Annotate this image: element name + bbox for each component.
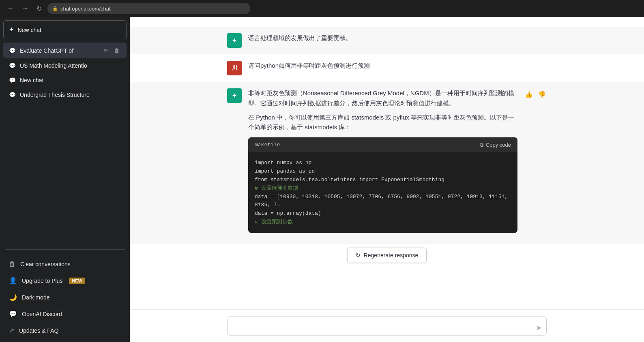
message-row: ✦ 非等时距灰色预测（Nonseasonal Differenced Grey … bbox=[130, 82, 644, 244]
code-header: makefile ⧉ Copy code bbox=[248, 137, 517, 152]
user-avatar-text: 川 bbox=[232, 64, 237, 72]
code-line: data = [10930, 10318, 10595, 10972, 7706… bbox=[255, 193, 511, 210]
new-badge: NEW bbox=[69, 278, 85, 284]
input-wrapper: ➤ bbox=[227, 316, 547, 337]
sidebar-upgrade-to-plus-button[interactable]: 👤Upgrade to PlusNEW bbox=[3, 272, 127, 289]
avatar: 川 bbox=[227, 61, 242, 75]
edit-chat-button[interactable]: ✏ bbox=[102, 47, 110, 54]
message-text: 请问python如何用非等时距灰色预测进行预测 bbox=[248, 61, 547, 71]
sidebar-dark-mode-button[interactable]: 🌙Dark mode bbox=[3, 289, 127, 306]
send-button[interactable]: ➤ bbox=[536, 323, 542, 332]
new-chat-button[interactable]: + New chat bbox=[3, 20, 127, 39]
message-row: 川 请问python如何用非等时距灰色预测进行预测 bbox=[130, 54, 644, 82]
app-container: + New chat 💬Evaluate ChatGPT of✏🗑💬US Mat… bbox=[0, 17, 644, 342]
chat-item-label: New chat bbox=[20, 77, 121, 83]
code-line: import numpy as np bbox=[255, 159, 511, 167]
gpt-icon: ✦ bbox=[232, 37, 237, 44]
code-line: from statsmodels.tsa.holtwinters import … bbox=[255, 176, 511, 184]
code-line: data = np.array(data) bbox=[255, 209, 511, 218]
code-line: # 设置预测步数 bbox=[255, 218, 511, 227]
chat-actions: ✏🗑 bbox=[102, 47, 121, 54]
clear-conversations-label: Clear conversations bbox=[20, 261, 71, 267]
chat-input[interactable] bbox=[227, 316, 547, 336]
thumbs-up-button[interactable]: 👍 bbox=[524, 90, 534, 99]
chat-item-label: Undergrad Thesis Structure bbox=[20, 92, 121, 98]
regenerate-container: ↻ Regenerate response bbox=[130, 248, 644, 263]
chat-icon: 💬 bbox=[9, 47, 16, 54]
code-block: makefile ⧉ Copy code import numpy as npi… bbox=[248, 137, 517, 233]
upgrade-to-plus-label: Upgrade to Plus bbox=[22, 278, 62, 284]
updates-faq-label: Updates & FAQ bbox=[19, 327, 58, 334]
message-text-part2: 在 Python 中，你可以使用第三方库如 statsmodels 或 pyfl… bbox=[248, 113, 517, 133]
browser-forward-button[interactable]: → bbox=[19, 3, 31, 14]
sidebar-updates-faq-button[interactable]: ↗Updates & FAQ bbox=[3, 322, 127, 339]
browser-back-button[interactable]: ← bbox=[5, 3, 16, 14]
gpt-icon: ✦ bbox=[232, 92, 237, 99]
message-content: 语言处理领域的发展做出了重要贡献。 bbox=[248, 33, 547, 43]
sidebar-openai-discord-button[interactable]: 💬OpenAI Discord bbox=[3, 306, 127, 322]
message-text: 语言处理领域的发展做出了重要贡献。 bbox=[248, 33, 547, 43]
updates-faq-icon: ↗ bbox=[9, 327, 14, 334]
main-content: ✦ 语言处理领域的发展做出了重要贡献。 川 请问python如何用非等时距灰色预… bbox=[130, 17, 644, 342]
sidebar-item-new-chat[interactable]: 💬New chat bbox=[3, 73, 127, 88]
copy-label: Copy code bbox=[486, 142, 511, 148]
url-text: chat.openai.com/chat bbox=[60, 6, 111, 12]
regenerate-button[interactable]: ↻ Regenerate response bbox=[347, 248, 427, 263]
message-text-part1: 非等时距灰色预测（Nonseasonal Differenced Grey Mo… bbox=[248, 88, 517, 109]
thumbs-down-button[interactable]: 👎 bbox=[537, 90, 547, 99]
sidebar-item-us-math[interactable]: 💬US Math Modeling Attentio bbox=[3, 58, 127, 73]
code-line: # 设置待预测数据 bbox=[255, 184, 511, 193]
delete-chat-button[interactable]: 🗑 bbox=[112, 47, 121, 54]
chat-item-label: Evaluate ChatGPT of bbox=[20, 47, 98, 54]
address-bar[interactable]: 🔒 chat.openai.com/chat bbox=[47, 3, 250, 14]
copy-icon: ⧉ bbox=[480, 142, 483, 148]
sidebar-clear-conversations-button[interactable]: 🗑Clear conversations bbox=[3, 256, 127, 272]
browser-reload-button[interactable]: ↻ bbox=[34, 3, 44, 14]
code-line: import pandas as pd bbox=[255, 167, 511, 176]
input-area: ➤ bbox=[130, 309, 644, 342]
message-row: ✦ 语言处理领域的发展做出了重要贡献。 bbox=[130, 27, 644, 54]
plus-icon: + bbox=[9, 26, 14, 34]
sidebar: + New chat 💬Evaluate ChatGPT of✏🗑💬US Mat… bbox=[0, 17, 130, 342]
message-content: 请问python如何用非等时距灰色预测进行预测 bbox=[248, 61, 547, 71]
sidebar-divider bbox=[5, 249, 125, 250]
clear-conversations-icon: 🗑 bbox=[9, 261, 15, 268]
message-actions: 👍 👎 bbox=[524, 90, 547, 99]
chat-icon: 💬 bbox=[9, 92, 16, 98]
avatar: ✦ bbox=[227, 33, 242, 48]
chat-icon: 💬 bbox=[9, 62, 16, 69]
avatar: ✦ bbox=[227, 88, 242, 103]
openai-discord-icon: 💬 bbox=[9, 310, 17, 318]
send-icon: ➤ bbox=[536, 324, 542, 332]
code-body: import numpy as npimport pandas as pdfro… bbox=[248, 152, 517, 233]
sidebar-item-evaluate-chatgpt[interactable]: 💬Evaluate ChatGPT of✏🗑 bbox=[3, 43, 127, 58]
code-language-label: makefile bbox=[255, 141, 280, 149]
sidebar-top: + New chat 💬Evaluate ChatGPT of✏🗑💬US Mat… bbox=[0, 17, 130, 246]
chat-messages: ✦ 语言处理领域的发展做出了重要贡献。 川 请问python如何用非等时距灰色预… bbox=[130, 17, 644, 309]
chat-list: 💬Evaluate ChatGPT of✏🗑💬US Math Modeling … bbox=[3, 43, 127, 102]
sidebar-bottom: 🗑Clear conversations👤Upgrade to PlusNEW🌙… bbox=[0, 253, 130, 342]
new-chat-label: New chat bbox=[18, 27, 41, 33]
regenerate-label: Regenerate response bbox=[364, 252, 419, 259]
regenerate-icon: ↻ bbox=[356, 252, 361, 259]
lock-icon: 🔒 bbox=[52, 6, 58, 11]
dark-mode-label: Dark mode bbox=[22, 294, 49, 301]
openai-discord-label: OpenAI Discord bbox=[22, 311, 62, 317]
sidebar-item-undergrad-thesis[interactable]: 💬Undergrad Thesis Structure bbox=[3, 88, 127, 102]
message-content: 非等时距灰色预测（Nonseasonal Differenced Grey Mo… bbox=[248, 88, 517, 238]
browser-chrome: ← → ↻ 🔒 chat.openai.com/chat bbox=[0, 0, 644, 17]
sidebar-bottom-buttons: 🗑Clear conversations👤Upgrade to PlusNEW🌙… bbox=[3, 256, 127, 339]
upgrade-to-plus-icon: 👤 bbox=[9, 277, 17, 284]
chat-icon: 💬 bbox=[9, 77, 16, 83]
copy-code-button[interactable]: ⧉ Copy code bbox=[480, 142, 511, 148]
dark-mode-icon: 🌙 bbox=[9, 293, 17, 301]
chat-item-label: US Math Modeling Attentio bbox=[20, 62, 121, 69]
